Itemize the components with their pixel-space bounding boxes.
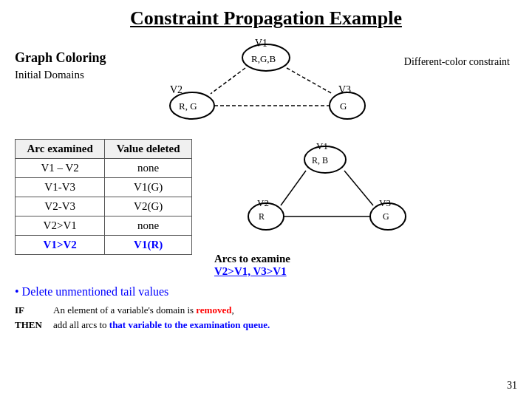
svg-text:V3: V3 <box>379 197 391 208</box>
constraint-label: Different-color constraint <box>404 56 510 68</box>
middle-section: Arc examined Value deleted V1 – V2noneV1… <box>15 139 517 278</box>
table-row: V2-V3V2(G) <box>16 197 192 216</box>
svg-point-6 <box>330 92 365 119</box>
removed-text: removed <box>196 304 231 316</box>
if-text-part2: , <box>231 304 233 316</box>
then-label: THEN <box>15 318 47 332</box>
table-row: V1>V2V1(R) <box>16 236 192 255</box>
right-section: V1 R, B V2 R V3 G Arcs to examine V2>V1,… <box>214 139 436 278</box>
arcs-to-examine-label: Arcs to examine <box>214 253 290 265</box>
svg-text:R, G: R, G <box>179 100 197 112</box>
svg-text:R: R <box>259 211 265 222</box>
svg-text:V3: V3 <box>338 84 351 95</box>
table-col2: Value deleted <box>105 140 192 159</box>
graph-labels: Graph Coloring Initial Domains <box>15 50 106 81</box>
then-text-part1: add all arcs to <box>53 319 109 330</box>
top-graph-svg: V2 R, G V1 R,G,B V3 G <box>126 35 406 132</box>
page-number: 31 <box>507 380 517 392</box>
svg-line-9 <box>211 68 245 94</box>
svg-text:R,G,B: R,G,B <box>251 53 276 64</box>
delete-line: Delete unmentioned tail values <box>15 285 517 299</box>
arc-cell: V2-V3 <box>16 197 105 216</box>
if-label: IF <box>15 303 47 318</box>
value-cell: V1(R) <box>105 236 192 255</box>
value-cell: V1(G) <box>105 178 192 197</box>
if-row: IF An element of a variable's domain is … <box>15 303 517 318</box>
examination-text: that variable to the examination queue. <box>109 319 270 330</box>
table-col1: Arc examined <box>16 140 105 159</box>
page-title: Constraint Propagation Example <box>15 7 517 30</box>
then-text: add all arcs to that variable to the exa… <box>53 318 270 332</box>
svg-text:V1: V1 <box>255 38 267 49</box>
value-cell: V2(G) <box>105 197 192 216</box>
svg-text:V2: V2 <box>257 197 269 208</box>
svg-text:R, B: R, B <box>312 155 328 166</box>
if-then-block: IF An element of a variable's domain is … <box>15 303 517 332</box>
table-row: V1-V3V1(G) <box>16 178 192 197</box>
arc-cell: V1>V2 <box>16 236 105 255</box>
if-text: An element of a variable's domain is rem… <box>53 303 234 318</box>
svg-text:G: G <box>383 211 389 222</box>
svg-text:V1: V1 <box>316 140 328 151</box>
graph-coloring-label: Graph Coloring <box>15 50 106 66</box>
top-section: Graph Coloring Initial Domains V2 R, G V… <box>15 35 517 132</box>
page: Constraint Propagation Example Graph Col… <box>0 0 532 399</box>
arc-cell: V1 – V2 <box>16 159 105 178</box>
bottom-section: Delete unmentioned tail values IF An ele… <box>15 285 517 332</box>
arc-table: Arc examined Value deleted V1 – V2noneV1… <box>15 139 192 255</box>
arcs-list: V2>V1, V3>V1 <box>214 265 287 278</box>
table-row: V1 – V2none <box>16 159 192 178</box>
if-text-part1: An element of a variable's domain is <box>53 304 196 316</box>
svg-line-22 <box>344 171 373 205</box>
svg-text:G: G <box>340 100 347 112</box>
right-graph-svg: V1 R, B V2 R V3 G <box>214 139 436 250</box>
value-cell: none <box>105 216 192 236</box>
svg-text:V2: V2 <box>170 84 183 95</box>
arc-cell: V1-V3 <box>16 178 105 197</box>
initial-domains-label: Initial Domains <box>15 69 106 81</box>
svg-line-21 <box>281 171 306 205</box>
table-row: V2>V1none <box>16 216 192 236</box>
then-row: THEN add all arcs to that variable to th… <box>15 318 517 332</box>
value-cell: none <box>105 159 192 178</box>
svg-line-10 <box>287 68 332 94</box>
arc-cell: V2>V1 <box>16 216 105 236</box>
